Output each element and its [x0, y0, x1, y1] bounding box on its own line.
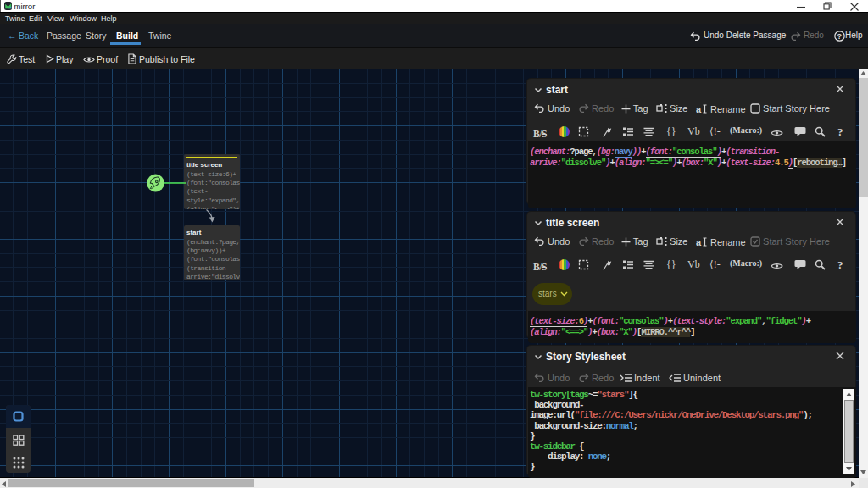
svg-text:a: a	[696, 104, 702, 114]
svg-text:?: ?	[837, 32, 843, 41]
svg-text:a: a	[696, 237, 702, 247]
